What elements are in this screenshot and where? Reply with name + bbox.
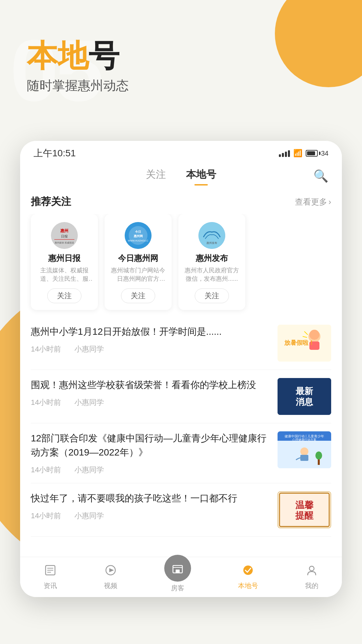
battery-tip — [319, 152, 320, 155]
bottom-nav-house[interactable]: 房客 — [164, 561, 191, 593]
svg-marker-39 — [109, 568, 114, 572]
svg-point-10 — [198, 222, 225, 249]
see-more-button[interactable]: 查看更多 › — [295, 197, 331, 207]
bottom-nav-house-label: 房客 — [171, 584, 184, 593]
bottom-nav-local[interactable]: 本地号 — [238, 564, 258, 590]
svg-point-43 — [243, 566, 253, 575]
news-thumb-2: 健康中国行动 | 儿童青少年 心理健康行动方案 — [278, 431, 331, 468]
account-card-1: 今日 惠州网 WWW.HUIZHOU.C 今日惠州网 惠州城市门户网站今日惠州网… — [105, 214, 172, 310]
news-author-1: 小惠同学 — [74, 397, 104, 408]
battery-num: 34 — [321, 150, 328, 157]
bg-circle-top — [275, 0, 362, 87]
local-icon — [242, 564, 254, 579]
news-meta-3: 14小时前 小惠同学 — [31, 511, 271, 521]
account-card-0: 惠州 日报 惠州媒体 权威报道 惠州日报 主流媒体、权威报道、关注民生、服务..… — [31, 214, 98, 310]
battery-fill — [307, 151, 315, 155]
account-desc-0: 主流媒体、权威报道、关注民生、服务...... — [36, 266, 93, 283]
bottom-nav: 资讯 视频 房客 — [20, 557, 342, 597]
news-item-2[interactable]: 12部门联合印发《健康中国行动—儿童青少年心理健康行动方案（2019—2022年… — [31, 423, 331, 483]
news-item-1[interactable]: 围观！惠州这些学校获省级荣誉！看看你的学校上榜没 14小时前 小惠同学 最新 消… — [31, 370, 331, 423]
news-item-3[interactable]: 快过年了，请不要喂我的孩子吃这些！一口都不行 14小时前 小惠同学 温馨 提醒 — [31, 483, 331, 537]
svg-text:惠州媒体 权威报道: 惠州媒体 权威报道 — [54, 241, 74, 244]
bottom-nav-news[interactable]: 资讯 — [44, 564, 57, 590]
house-icon — [164, 555, 191, 582]
follow-button-1[interactable]: 关注 — [121, 288, 155, 303]
news-thumb-1: 最新 消息 — [278, 378, 331, 415]
status-icons: 📶 34 — [279, 149, 328, 158]
account-name-0: 惠州日报 — [48, 253, 80, 264]
news-title-3: 快过年了，请不要喂我的孩子吃这些！一口都不行 — [31, 491, 271, 505]
video-icon — [105, 564, 117, 579]
svg-rect-42 — [176, 570, 180, 573]
svg-text:惠州发布: 惠州发布 — [206, 241, 217, 245]
recommended-section-header: 推荐关注 查看更多 › — [20, 185, 342, 214]
bottom-nav-mine-label: 我的 — [305, 581, 318, 590]
news-meta-1: 14小时前 小惠同学 — [31, 397, 271, 408]
svg-point-29 — [315, 451, 322, 460]
news-title-2: 12部门联合印发《健康中国行动—儿童青少年心理健康行动方案（2019—2022年… — [31, 431, 271, 460]
news-title-1: 围观！惠州这些学校获省级荣誉！看看你的学校上榜没 — [31, 378, 271, 392]
bottom-nav-news-label: 资讯 — [44, 581, 57, 590]
svg-point-44 — [309, 566, 314, 571]
account-cards: 惠州 日报 惠州媒体 权威报道 惠州日报 主流媒体、权威报道、关注民生、服务..… — [20, 214, 342, 317]
news-content-1: 围观！惠州这些学校获省级荣誉！看看你的学校上榜没 14小时前 小惠同学 — [31, 378, 271, 408]
battery-icon: 34 — [306, 150, 328, 157]
news-meta-0: 14小时前 小惠同学 — [31, 344, 271, 354]
svg-text:消息: 消息 — [296, 397, 313, 407]
see-more-label: 查看更多 — [295, 197, 327, 207]
search-icon[interactable]: 🔍 — [313, 169, 328, 183]
svg-rect-19 — [278, 378, 331, 415]
bottom-nav-video-label: 视频 — [104, 581, 117, 590]
header-title: 本地 号 — [27, 40, 129, 71]
svg-text:最新: 最新 — [296, 386, 313, 396]
account-avatar-2: 惠州发布 — [198, 222, 225, 249]
header-subtitle: 随时掌握惠州动态 — [27, 77, 129, 94]
news-title-0: 惠州中小学1月12日开始放假！开学时间是...... — [31, 325, 271, 339]
nav-tabs: 关注 本地号 🔍 — [20, 162, 342, 185]
status-time: 上午10:51 — [34, 147, 76, 160]
signal-bar-2 — [282, 153, 284, 157]
svg-point-26 — [300, 447, 308, 455]
account-name-2: 惠州发布 — [196, 253, 228, 264]
follow-button-2[interactable]: 关注 — [195, 288, 229, 303]
tab-local[interactable]: 本地号 — [186, 168, 216, 185]
account-card-2: 惠州发布 惠州发布 惠州市人民政府官方微信，发布惠州...... 关注 — [178, 214, 245, 310]
header-title-black: 号 — [88, 40, 119, 71]
signal-icon — [279, 150, 290, 157]
svg-text:提醒: 提醒 — [295, 511, 314, 521]
bottom-nav-mine[interactable]: 我的 — [305, 564, 318, 590]
svg-text:日报: 日报 — [61, 234, 68, 238]
follow-button-0[interactable]: 关注 — [47, 288, 81, 303]
account-desc-1: 惠州城市门户网站今日惠州网的官方微...... — [110, 266, 166, 283]
news-list: 惠州中小学1月12日开始放假！开学时间是...... 14小时前 小惠同学 放暑… — [20, 317, 342, 537]
news-icon — [44, 564, 56, 579]
news-time-2: 14小时前 — [31, 465, 61, 475]
bottom-nav-video[interactable]: 视频 — [104, 564, 117, 590]
svg-text:惠州: 惠州 — [60, 228, 68, 233]
svg-text:WWW.HUIZHOU.C: WWW.HUIZHOU.C — [128, 239, 148, 242]
news-content-2: 12部门联合印发《健康中国行动—儿童青少年心理健康行动方案（2019—2022年… — [31, 431, 271, 475]
account-avatar-0: 惠州 日报 惠州媒体 权威报道 — [51, 222, 78, 249]
news-time-3: 14小时前 — [31, 511, 61, 521]
news-meta-2: 14小时前 小惠同学 — [31, 465, 271, 475]
news-time-0: 14小时前 — [31, 344, 61, 354]
svg-text:今日: 今日 — [135, 230, 141, 233]
status-bar: 上午10:51 📶 34 — [20, 141, 342, 162]
battery-body — [306, 150, 318, 157]
header-area: 本地 号 随时掌握惠州动态 — [27, 40, 129, 94]
svg-text:惠州网: 惠州网 — [133, 234, 143, 238]
account-desc-2: 惠州市人民政府官方微信，发布惠州...... — [184, 266, 240, 283]
header-title-orange: 本地 — [27, 40, 88, 71]
tab-follow[interactable]: 关注 — [146, 168, 166, 185]
wifi-icon: 📶 — [293, 149, 302, 158]
account-avatar-1: 今日 惠州网 WWW.HUIZHOU.C — [125, 222, 152, 249]
section-title: 推荐关注 — [31, 195, 71, 209]
news-item-0[interactable]: 惠州中小学1月12日开始放假！开学时间是...... 14小时前 小惠同学 放暑… — [31, 317, 331, 370]
phone-mockup: 上午10:51 📶 34 关注 本地号 🔍 推荐关注 — [20, 141, 342, 597]
news-thumb-3: 温馨 提醒 — [278, 491, 331, 528]
svg-text:温馨: 温馨 — [295, 500, 314, 511]
svg-text:心理健康行动方案: 心理健康行动方案 — [292, 438, 316, 441]
news-content-3: 快过年了，请不要喂我的孩子吃这些！一口都不行 14小时前 小惠同学 — [31, 491, 271, 521]
news-time-1: 14小时前 — [31, 397, 61, 408]
signal-bar-3 — [285, 152, 287, 157]
